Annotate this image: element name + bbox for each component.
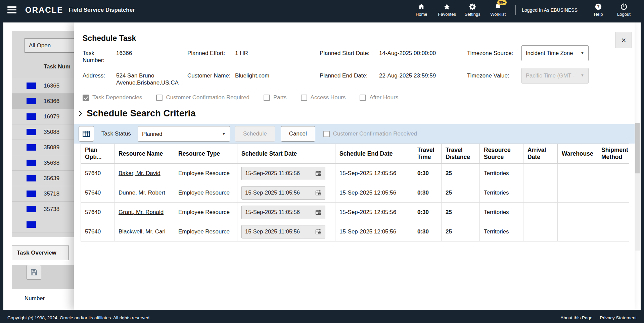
travel-distance-cell: 25 (442, 164, 480, 183)
task-color-swatch (27, 221, 36, 228)
plan-option-cell: 57640 (81, 203, 114, 222)
number-field-label: Number (25, 295, 74, 302)
save-icon (30, 268, 38, 276)
task-row[interactable]: 16979 (12, 109, 74, 124)
resource-results-table: Plan Opti... Resource Name Resource Type… (81, 144, 629, 241)
plan-option-cell: 57640 (81, 222, 114, 241)
nav-settings[interactable]: Settings (460, 3, 485, 17)
task-row[interactable]: 35639 (12, 171, 74, 186)
cancel-button[interactable]: Cancel (281, 126, 315, 142)
calendar-icon[interactable] (315, 209, 322, 216)
task-number-column-header: Task Num (44, 63, 74, 70)
nav-logout[interactable]: Logout (611, 3, 637, 17)
checkbox-customer-confirmation-required[interactable]: Customer Confirmation Required (156, 94, 249, 101)
caret-down-icon: ▼ (581, 51, 584, 56)
travel-time-cell: 0:30 (413, 164, 442, 183)
task-color-swatch (27, 98, 36, 104)
nav-worklist-label: Worklist (490, 12, 506, 17)
vertical-scrollbar[interactable] (635, 123, 640, 251)
timezone-source-label: Timezone Source: (467, 50, 517, 57)
task-row-selected[interactable]: 16366 (12, 94, 74, 109)
resource-type-cell: Employee Resource (174, 183, 237, 203)
timezone-value-select[interactable]: Pacific Time (GMT - ▼ (521, 68, 589, 84)
nav-home-label: Home (416, 12, 427, 17)
checkbox-parts[interactable]: Parts (264, 94, 287, 101)
planned-start-value: 14-Aug-2025 00:00:00 (379, 50, 463, 57)
timezone-source-select[interactable]: Incident Time Zone ▼ (521, 45, 589, 61)
arrival-date-cell (523, 222, 558, 241)
resource-name-link[interactable]: Baker, Mr. David (119, 170, 160, 176)
task-row[interactable]: 35088 (12, 124, 74, 140)
checkbox-label: Customer Confirmation Received (333, 130, 417, 137)
gear-icon (469, 3, 476, 10)
shipment-method-cell (597, 164, 629, 183)
star-icon (443, 3, 451, 10)
nav-worklist[interactable]: 99+ Worklist (485, 3, 511, 17)
privacy-statement-link[interactable]: Privacy Statement (600, 315, 637, 320)
hamburger-menu-icon[interactable] (6, 5, 18, 15)
travel-distance-cell: 25 (442, 203, 480, 222)
col-shipment-method: Shipment Method (597, 144, 629, 164)
task-row[interactable]: 35738 (12, 202, 74, 217)
col-schedule-end-date: Schedule End Date (335, 144, 413, 164)
calendar-icon[interactable] (315, 190, 322, 196)
calendar-icon[interactable] (315, 170, 322, 177)
caret-down-icon: ▼ (222, 132, 226, 136)
checkbox-after-hours[interactable]: After Hours (360, 94, 398, 101)
planned-effort-label: Planned Effort: (187, 50, 231, 57)
checkbox-label: After Hours (369, 94, 398, 101)
task-color-swatch (27, 160, 36, 166)
checkbox-icon (264, 95, 270, 101)
resource-name-link[interactable]: Grant, Mr. Ronald (119, 209, 164, 215)
nav-logout-label: Logout (617, 12, 631, 17)
save-button[interactable] (27, 265, 41, 280)
search-toolbar: Task Status Planned ▼ Schedule Cancel Cu… (74, 124, 635, 144)
checkbox-task-dependencies[interactable]: Task Dependencies (83, 94, 142, 101)
about-this-page-link[interactable]: About this Page (560, 315, 592, 320)
task-number-label: Task Number: (83, 50, 112, 64)
travel-time-cell: 0:30 (413, 183, 442, 203)
start-date-input[interactable]: 15-Sep-2025 11:05:56 (241, 167, 325, 180)
nav-help[interactable]: ? Help (586, 3, 611, 17)
task-row[interactable]: 35718 (12, 186, 74, 202)
scrollbar-thumb[interactable] (635, 123, 640, 173)
warehouse-cell (558, 222, 597, 241)
start-date-value: 15-Sep-2025 11:05:56 (245, 190, 300, 196)
shipment-method-cell (597, 203, 629, 222)
background-toolbar (12, 265, 74, 289)
resource-type-cell: Employee Resource (174, 222, 237, 241)
task-filter-dropdown[interactable]: All Open (25, 38, 74, 53)
start-date-input[interactable]: 15-Sep-2025 11:05:56 (241, 206, 325, 219)
help-icon: ? (595, 3, 602, 10)
schedule-search-criteria-section: › Schedule Search Criteria (79, 108, 635, 119)
nav-favorites[interactable]: Favorites (434, 3, 460, 17)
checkbox-access-hours[interactable]: Access Hours (301, 94, 346, 101)
start-date-input[interactable]: 15-Sep-2025 11:05:56 (241, 225, 325, 238)
resource-name-link[interactable]: Blackwell, Mr. Carl (119, 228, 166, 235)
task-row[interactable]: 35089 (12, 140, 74, 155)
task-row-partial[interactable] (12, 217, 74, 232)
expand-chevron-icon[interactable]: › (79, 107, 82, 118)
task-status-select[interactable]: Planned ▼ (138, 126, 230, 142)
nav-home[interactable]: Home (409, 3, 434, 17)
task-overview-tab[interactable]: Task Overview (12, 246, 69, 260)
resource-source-cell: Territories (480, 203, 523, 222)
end-date-cell: 15-Sep-2025 12:05:56 (335, 183, 413, 203)
address-label: Address: (83, 72, 112, 79)
task-row[interactable]: 16365 (12, 78, 74, 94)
start-date-value: 15-Sep-2025 11:05:56 (245, 170, 300, 176)
start-date-value: 15-Sep-2025 11:05:56 (245, 209, 300, 215)
close-button[interactable]: × (615, 32, 632, 48)
calendar-icon[interactable] (315, 228, 322, 235)
task-row[interactable]: 35638 (12, 155, 74, 171)
start-date-cell: 15-Sep-2025 11:05:56 (237, 222, 335, 241)
resource-name-cell: Baker, Mr. David (114, 164, 174, 183)
start-date-input[interactable]: 15-Sep-2025 11:05:56 (241, 186, 325, 200)
checkbox-icon (360, 95, 366, 101)
shipment-method-cell (597, 222, 629, 241)
schedule-button[interactable]: Schedule (235, 126, 275, 142)
checkbox-customer-confirmation-received[interactable]: Customer Confirmation Received (323, 130, 417, 137)
resource-name-link[interactable]: Dunne, Mr. Robert (119, 190, 165, 196)
grid-view-button[interactable] (79, 126, 94, 142)
resource-name-cell: Grant, Mr. Ronald (114, 203, 174, 222)
